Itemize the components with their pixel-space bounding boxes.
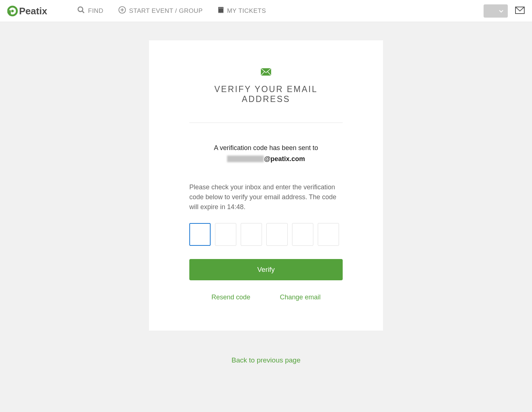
- nav-start-event[interactable]: START EVENT / GROUP: [118, 6, 203, 16]
- code-digit-3[interactable]: [241, 223, 262, 246]
- verify-card: VERIFY YOUR EMAIL ADDRESS A verification…: [149, 40, 383, 331]
- main-nav: FIND START EVENT / GROUP: [77, 6, 484, 16]
- code-digit-2[interactable]: [215, 223, 236, 246]
- nav-start-label: START EVENT / GROUP: [129, 7, 203, 15]
- email-domain: @peatix.com: [264, 154, 305, 164]
- card-title: VERIFY YOUR EMAIL ADDRESS: [189, 84, 343, 104]
- plus-circle-icon: [118, 6, 126, 16]
- change-email-link[interactable]: Change email: [280, 293, 321, 301]
- sent-message: A verification code has been sent to @pe…: [189, 143, 343, 164]
- envelope-icon: [261, 68, 271, 77]
- svg-line-4: [82, 11, 84, 13]
- back-link[interactable]: Back to previous page: [232, 356, 300, 364]
- header: Peatix FIND START EVENT / GR: [0, 0, 532, 22]
- svg-text:Peatix: Peatix: [19, 6, 47, 17]
- chevron-down-icon: [499, 8, 503, 14]
- card-header: VERIFY YOUR EMAIL ADDRESS: [189, 68, 343, 123]
- svg-point-10: [222, 8, 223, 8]
- nav-my-tickets[interactable]: MY TICKETS: [218, 6, 266, 16]
- peatix-logo-icon: Peatix: [7, 6, 66, 17]
- ticket-icon: [218, 6, 224, 16]
- email-redacted-part: [227, 156, 264, 162]
- messages-icon[interactable]: [515, 7, 525, 15]
- svg-point-8: [219, 8, 220, 8]
- email-display: @peatix.com: [227, 154, 305, 164]
- header-right: [484, 4, 525, 18]
- svg-point-1: [11, 10, 14, 12]
- expiry-timer: 14:48: [227, 203, 244, 211]
- search-icon: [77, 6, 85, 16]
- user-menu[interactable]: [484, 4, 508, 18]
- svg-point-9: [221, 8, 221, 8]
- resend-code-link[interactable]: Resend code: [211, 293, 250, 301]
- action-links: Resend code Change email: [189, 293, 343, 301]
- nav-find-label: FIND: [88, 7, 103, 15]
- verify-button[interactable]: Verify: [189, 259, 343, 280]
- code-digit-4[interactable]: [266, 223, 288, 246]
- sent-prefix: A verification code has been sent to: [214, 144, 318, 152]
- code-digit-1[interactable]: [189, 223, 211, 246]
- code-input-group: [189, 223, 343, 246]
- svg-point-3: [78, 7, 83, 12]
- code-digit-5[interactable]: [292, 223, 313, 246]
- code-digit-6[interactable]: [318, 223, 339, 246]
- brand-logo[interactable]: Peatix: [7, 6, 66, 17]
- nav-tickets-label: MY TICKETS: [227, 7, 266, 15]
- instructions-text: Please check your inbox and enter the ve…: [189, 182, 343, 212]
- main-content: VERIFY YOUR EMAIL ADDRESS A verification…: [0, 22, 532, 379]
- nav-find[interactable]: FIND: [77, 6, 103, 16]
